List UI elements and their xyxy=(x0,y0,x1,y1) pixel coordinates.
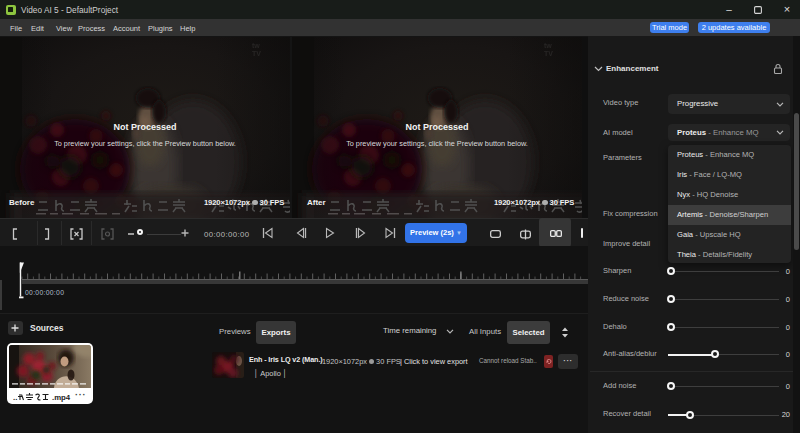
svg-text:..: .. xyxy=(13,393,17,402)
svg-text:00:00:00:00: 00:00:00:00 xyxy=(25,289,64,296)
svg-text:.mp4: .mp4 xyxy=(52,393,71,402)
